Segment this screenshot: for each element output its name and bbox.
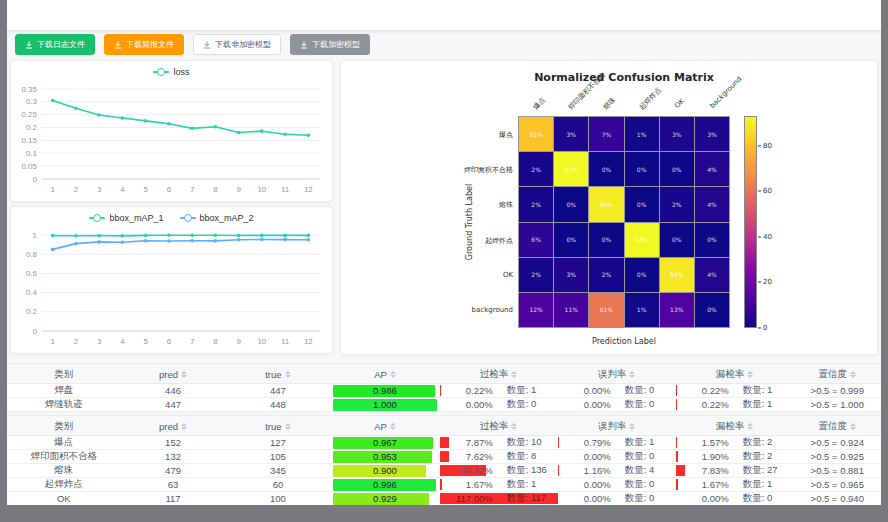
table-row: 焊印面积不合格1321050.9537.62%数量: 80.00%数量: 01.… bbox=[7, 450, 881, 464]
svg-text:11: 11 bbox=[281, 337, 290, 346]
matrix-cell: 0% bbox=[625, 152, 659, 186]
download-log-button[interactable]: 下载日志文件 bbox=[15, 34, 95, 55]
column-header-truth[interactable]: true bbox=[225, 416, 330, 436]
cell-truth: 60 bbox=[225, 478, 330, 491]
svg-text:6: 6 bbox=[167, 185, 172, 194]
column-header-confidence[interactable]: 置信度 bbox=[794, 416, 881, 436]
colorbar-tick bbox=[758, 191, 761, 192]
column-header-pred[interactable]: pred bbox=[121, 416, 226, 436]
colorbar-tick bbox=[758, 328, 761, 329]
column-header-label: pred bbox=[159, 421, 178, 432]
download-plain-model-button[interactable]: 下载非加密模型 bbox=[193, 34, 281, 55]
column-header-misjudge[interactable]: 误判率 bbox=[558, 416, 676, 436]
svg-text:7: 7 bbox=[190, 337, 195, 346]
column-header-pred[interactable]: pred bbox=[121, 364, 226, 384]
cell-overcheck: 7.62%数量: 8 bbox=[440, 450, 558, 463]
sort-carets-icon[interactable] bbox=[181, 371, 187, 378]
sort-carets-icon[interactable] bbox=[390, 423, 396, 430]
rate-count: 数量: 1 bbox=[743, 478, 773, 491]
download-report-button[interactable]: 下载简报文件 bbox=[104, 34, 184, 55]
svg-text:0.8: 0.8 bbox=[26, 250, 38, 259]
legend-item-bbox_mAP_1[interactable]: bbox_mAP_1 bbox=[89, 213, 163, 223]
svg-text:10: 10 bbox=[257, 185, 266, 194]
column-header-label: AP bbox=[374, 421, 387, 432]
table-header-row: 类别predtrueAP过检率误判率漏检率置信度 bbox=[7, 416, 881, 436]
svg-text:0.2: 0.2 bbox=[26, 123, 38, 132]
svg-text:7: 7 bbox=[190, 185, 195, 194]
loss-line-chart: 00.050.10.150.20.250.30.3512345678910111… bbox=[11, 83, 332, 197]
column-header-misjudge[interactable]: 误判率 bbox=[558, 364, 676, 384]
matrix-cell: 0% bbox=[625, 258, 659, 292]
column-header-overcheck[interactable]: 过检率 bbox=[440, 364, 558, 384]
table-row: 起焊炸点63600.9961.67%数量: 10.00%数量: 01.67%数量… bbox=[7, 478, 881, 492]
rate-percent: 1.67% bbox=[676, 479, 729, 490]
column-header-ap[interactable]: AP bbox=[330, 364, 439, 384]
svg-text:9: 9 bbox=[236, 337, 241, 346]
sort-carets-icon[interactable] bbox=[511, 423, 517, 430]
rate-percent: 0.22% bbox=[676, 385, 729, 396]
sort-carets-icon[interactable] bbox=[747, 423, 753, 430]
sort-carets-icon[interactable] bbox=[850, 371, 856, 378]
cell-ap: 0.900 bbox=[330, 464, 439, 477]
matrix-cell: 0% bbox=[625, 187, 659, 221]
cell-misscheck: 0.22%数量: 1 bbox=[676, 384, 794, 397]
svg-text:0.1: 0.1 bbox=[26, 149, 38, 158]
cell-truth: 100 bbox=[225, 492, 330, 505]
matrix-cell: 7% bbox=[589, 117, 623, 151]
download-encrypted-model-button[interactable]: 下载加密模型 bbox=[290, 34, 370, 55]
matrix-cell: 0% bbox=[589, 223, 623, 257]
colorbar-tick-label: 80 bbox=[763, 142, 772, 150]
cell-overcheck: 0.22%数量: 1 bbox=[440, 384, 558, 397]
rate-count: 数量: 136 bbox=[507, 464, 547, 477]
column-header-ap[interactable]: AP bbox=[330, 416, 439, 436]
column-header-misscheck[interactable]: 漏检率 bbox=[676, 416, 794, 436]
svg-text:0.25: 0.25 bbox=[21, 110, 37, 119]
svg-text:3: 3 bbox=[97, 337, 102, 346]
sort-carets-icon[interactable] bbox=[390, 371, 396, 378]
map-line-chart: 00.20.40.60.81123456789101112 bbox=[11, 229, 332, 349]
ap-value: 0.996 bbox=[333, 479, 436, 491]
svg-text:0.6: 0.6 bbox=[26, 269, 38, 278]
cell-misscheck: 0.00%数量: 0 bbox=[676, 492, 794, 505]
sort-carets-icon[interactable] bbox=[850, 423, 856, 430]
column-header-label: 类别 bbox=[54, 420, 73, 433]
column-header-confidence[interactable]: 置信度 bbox=[794, 364, 881, 384]
cell-pred: 479 bbox=[121, 464, 226, 477]
matrix-cell: 0% bbox=[660, 152, 694, 186]
cell-misjudge: 0.79%数量: 1 bbox=[558, 436, 676, 449]
cell-misjudge: 0.00%数量: 0 bbox=[558, 478, 676, 491]
column-header-overcheck[interactable]: 过检率 bbox=[440, 416, 558, 436]
sort-carets-icon[interactable] bbox=[181, 423, 187, 430]
svg-text:9: 9 bbox=[236, 185, 241, 194]
column-header-misscheck[interactable]: 漏检率 bbox=[676, 364, 794, 384]
rate-percent: 39.42% bbox=[440, 465, 493, 476]
sort-carets-icon[interactable] bbox=[285, 371, 291, 378]
cell-confidence: >0.5 = 0.965 bbox=[794, 478, 881, 491]
map-chart-legend: bbox_mAP_1bbox_mAP_2 bbox=[11, 207, 332, 229]
sort-carets-icon[interactable] bbox=[629, 423, 635, 430]
download-toolbar: 下载日志文件 下载简报文件 下载非加密模型 下载加密模型 bbox=[15, 34, 370, 55]
svg-text:10: 10 bbox=[257, 337, 266, 346]
cell-ap: 0.986 bbox=[330, 384, 439, 397]
sort-carets-icon[interactable] bbox=[511, 371, 517, 378]
sort-carets-icon[interactable] bbox=[629, 371, 635, 378]
sort-carets-icon[interactable] bbox=[285, 423, 291, 430]
matrix-cell: 89% bbox=[660, 258, 694, 292]
matrix-cell: 81% bbox=[519, 117, 553, 151]
svg-text:2: 2 bbox=[74, 337, 79, 346]
sort-carets-icon[interactable] bbox=[747, 371, 753, 378]
legend-item-loss[interactable]: loss bbox=[153, 67, 189, 77]
svg-text:0.4: 0.4 bbox=[26, 288, 38, 297]
legend-label: bbox_mAP_1 bbox=[109, 213, 163, 223]
column-header-truth[interactable]: true bbox=[225, 364, 330, 384]
matrix-row-label: OK bbox=[361, 271, 513, 279]
metrics-table: 类别predtrueAP过检率误判率漏检率置信度爆点1521270.9677.8… bbox=[7, 415, 881, 505]
matrix-column-label: 爆点 bbox=[531, 95, 548, 112]
legend-line-circle-icon bbox=[89, 214, 105, 222]
rate-percent: 0.00% bbox=[558, 493, 611, 504]
legend-line-circle-icon bbox=[180, 214, 196, 222]
matrix-column-label: 起焊炸点 bbox=[637, 85, 664, 112]
ap-value: 0.986 bbox=[333, 385, 436, 397]
matrix-cell: 2% bbox=[519, 152, 553, 186]
legend-item-bbox_mAP_2[interactable]: bbox_mAP_2 bbox=[180, 213, 254, 223]
